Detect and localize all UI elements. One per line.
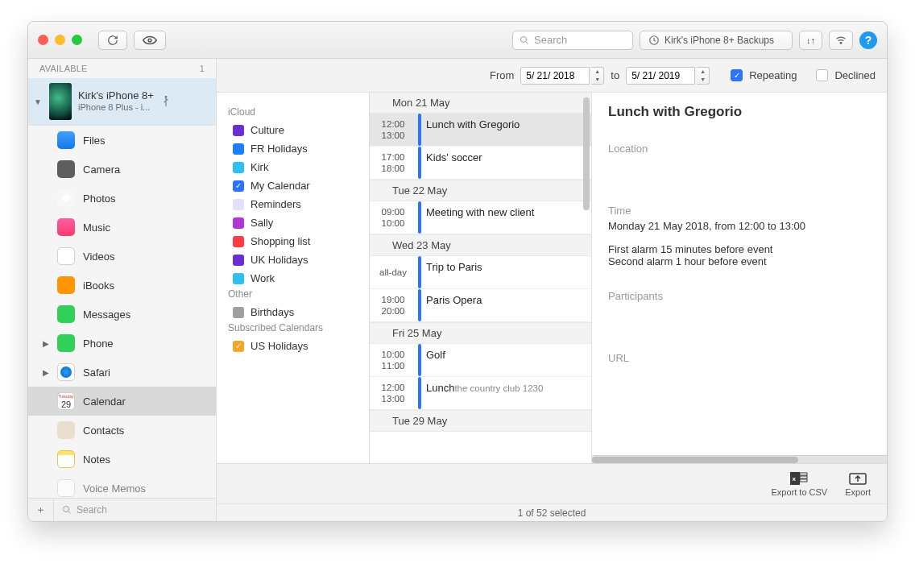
- ibooks-icon: [57, 276, 75, 294]
- preview-button[interactable]: [134, 31, 166, 50]
- music-icon: [57, 218, 75, 236]
- sidebar-item-label: iBooks: [83, 280, 114, 292]
- device-name: Kirk's iPhone 8+: [78, 89, 154, 102]
- event-row[interactable]: 10:0011:00Golf: [370, 344, 591, 377]
- backups-dropdown[interactable]: Kirk's iPhone 8+ Backups: [640, 31, 793, 50]
- calendar-color-checkbox[interactable]: [233, 236, 244, 247]
- calendar-item[interactable]: Reminders: [217, 195, 369, 213]
- from-date-field[interactable]: [520, 67, 590, 85]
- calendar-item[interactable]: Work: [217, 269, 369, 288]
- calendar-section-header: Other: [217, 288, 369, 303]
- sidebar-item-videos[interactable]: Videos: [28, 242, 216, 271]
- zoom-window-button[interactable]: [72, 35, 82, 45]
- alarm-1: First alarm 15 minutes before event: [608, 243, 871, 255]
- calendar-item-label: My Calendar: [250, 180, 310, 192]
- svg-point-4: [165, 96, 167, 97]
- calendar-item-label: Shopping list: [250, 235, 310, 247]
- disclosure-triangle-icon[interactable]: ▼: [33, 97, 43, 106]
- from-date-input[interactable]: ▲▼: [520, 67, 604, 85]
- event-row[interactable]: 12:0013:00Lunchthe country club 1230: [370, 377, 591, 410]
- sidebar-search-input[interactable]: Search: [54, 499, 216, 521]
- location-label: Location: [608, 143, 871, 155]
- window-controls: [38, 35, 82, 45]
- global-search-input[interactable]: Search: [512, 31, 633, 50]
- sidebar-item-music[interactable]: Music: [28, 213, 216, 242]
- minimize-window-button[interactable]: [55, 35, 65, 45]
- calendar-item[interactable]: Sally: [217, 213, 369, 232]
- calendar-color-checkbox[interactable]: ✓: [233, 180, 244, 192]
- safari-icon: [57, 363, 75, 381]
- calendar-item[interactable]: Birthdays: [217, 303, 369, 321]
- event-row[interactable]: 19:0020:00Paris Opera: [370, 289, 591, 322]
- svg-point-0: [148, 39, 151, 42]
- to-date-input[interactable]: ▲▼: [626, 67, 710, 85]
- event-row[interactable]: 12:0013:00Lunch with Gregorio: [370, 114, 591, 147]
- transfer-button[interactable]: ↓↑: [799, 31, 822, 50]
- export-icon: [848, 471, 867, 486]
- to-label: to: [611, 69, 619, 81]
- calendar-item[interactable]: UK Holidays: [217, 251, 369, 269]
- calendar-color-checkbox[interactable]: [233, 162, 244, 173]
- calendar-color-checkbox[interactable]: [233, 125, 244, 136]
- add-button[interactable]: ＋: [28, 499, 54, 521]
- sidebar-item-safari[interactable]: ▶Safari: [28, 358, 216, 387]
- from-date-stepper[interactable]: ▲▼: [591, 67, 604, 85]
- backups-label: Kirk's iPhone 8+ Backups: [665, 35, 774, 46]
- sidebar-item-contacts[interactable]: Contacts: [28, 416, 216, 445]
- sidebar-footer: ＋ Search: [28, 498, 216, 521]
- calendar-color-checkbox[interactable]: [233, 143, 244, 155]
- sidebar-item-messages[interactable]: Messages: [28, 300, 216, 329]
- repeating-checkbox[interactable]: ✓: [731, 69, 743, 81]
- device-thumbnail: [49, 83, 72, 120]
- sidebar-item-calendar[interactable]: Tuesday29Calendar: [28, 387, 216, 416]
- event-row[interactable]: 17:0018:00Kids' soccer: [370, 147, 591, 180]
- sidebar-header-count: 1: [200, 64, 205, 73]
- calendar-color-checkbox[interactable]: ✓: [233, 341, 244, 352]
- event-title: Kids' soccer: [426, 151, 482, 174]
- calendar-item-label: Kirk: [250, 161, 268, 173]
- event-row[interactable]: 09:0010:00Meeting with new client: [370, 201, 591, 234]
- detail-scrollbar[interactable]: [592, 455, 887, 463]
- sidebar-item-notes[interactable]: Notes: [28, 445, 216, 474]
- calendar-item-label: US Holidays: [250, 340, 308, 352]
- calendar-item[interactable]: FR Holidays: [217, 139, 369, 158]
- chevron-right-icon: ▶: [43, 339, 49, 348]
- calendar-item[interactable]: ✓US Holidays: [217, 337, 369, 355]
- calendar-item[interactable]: Culture: [217, 121, 369, 139]
- sidebar-item-phone[interactable]: ▶Phone: [28, 329, 216, 358]
- calendar-section-header: Subscribed Calendars: [217, 321, 369, 337]
- svg-point-3: [840, 42, 842, 43]
- event-color-bar: [418, 114, 421, 146]
- device-row[interactable]: ▼ Kirk's iPhone 8+ iPhone 8 Plus - i...: [28, 78, 216, 126]
- sidebar-item-ibooks[interactable]: iBooks: [28, 271, 216, 300]
- declined-checkbox[interactable]: [816, 69, 828, 81]
- filter-bar: From ▲▼ to ▲▼ ✓ Repeating Declined: [217, 59, 887, 93]
- to-date-stepper[interactable]: ▲▼: [697, 67, 710, 85]
- calendar-item-label: Culture: [250, 124, 284, 136]
- sidebar-item-label: Photos: [83, 193, 115, 205]
- calendar-item-label: Sally: [250, 217, 273, 229]
- close-window-button[interactable]: [38, 35, 48, 45]
- calendar-color-checkbox[interactable]: [233, 273, 244, 284]
- calendar-item[interactable]: Shopping list: [217, 232, 369, 251]
- calendar-color-checkbox[interactable]: [233, 217, 244, 229]
- sidebar-item-voicememos[interactable]: Voice Memos: [28, 474, 216, 498]
- to-date-field[interactable]: [626, 67, 695, 85]
- help-button[interactable]: ?: [859, 31, 877, 49]
- export-csv-button[interactable]: x Export to CSV: [772, 471, 828, 497]
- calendar-item[interactable]: ✓My Calendar: [217, 176, 369, 195]
- sidebar-item-photos[interactable]: Photos: [28, 184, 216, 213]
- events-scrollbar[interactable]: [583, 97, 590, 210]
- calendar-color-checkbox[interactable]: [233, 307, 244, 318]
- calendar-color-checkbox[interactable]: [233, 199, 244, 210]
- calendar-list: iCloudCultureFR HolidaysKirk✓My Calendar…: [217, 93, 370, 463]
- calendar-item[interactable]: Kirk: [217, 158, 369, 176]
- calendar-color-checkbox[interactable]: [233, 255, 244, 266]
- wifi-button[interactable]: [829, 31, 853, 50]
- export-button[interactable]: Export: [845, 471, 871, 497]
- sidebar-item-camera[interactable]: Camera: [28, 155, 216, 184]
- calendar-item-label: FR Holidays: [250, 143, 308, 155]
- refresh-button[interactable]: [98, 31, 127, 50]
- event-row[interactable]: all-dayTrip to Paris: [370, 256, 591, 289]
- sidebar-item-files[interactable]: Files: [28, 126, 216, 155]
